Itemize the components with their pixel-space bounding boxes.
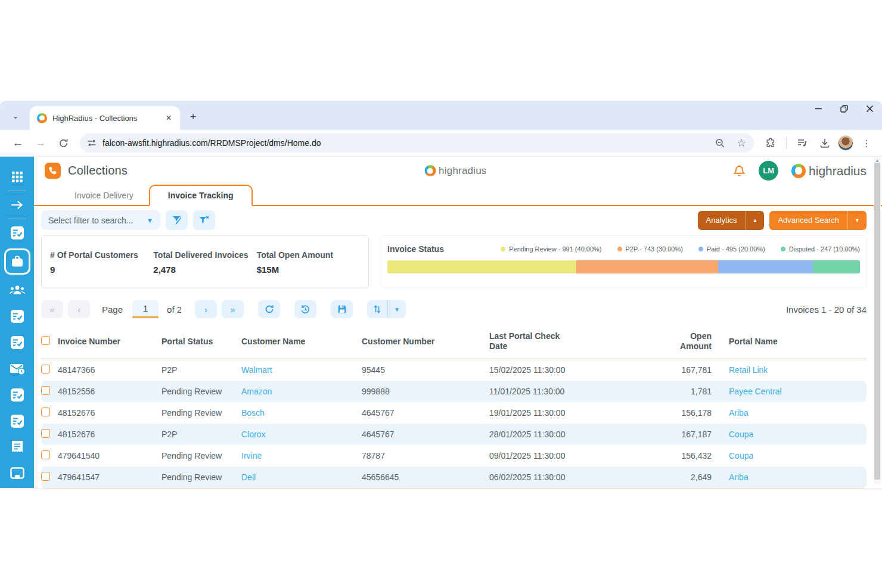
address-bar[interactable]: falcon-awsfit.highradius.com/RRDMSProjec… [80,133,754,153]
window-controls [815,105,874,113]
sidebar-item-portal-monitor[interactable] [0,461,34,487]
portal-name-link[interactable]: Ariba [716,472,867,482]
module-tabs: Invoice Delivery Invoice Tracking [34,185,882,206]
analytics-button[interactable]: Analytics ▲ [698,211,765,230]
last-page-button[interactable]: » [222,300,244,318]
customer-name-link[interactable]: Clorox [241,430,362,439]
extensions-button[interactable] [761,133,780,153]
row-checkbox[interactable] [41,386,50,395]
scrollbar-thumb[interactable] [874,163,880,480]
bell-icon[interactable] [733,164,746,178]
portal-name-link[interactable]: Ariba [716,408,867,418]
tab-search-button[interactable]: ⌄ [7,107,24,124]
col-portal-name[interactable]: Portal Name [716,337,867,347]
table-row[interactable]: 479641540 Pending Review Irvine 78787 09… [41,445,867,466]
minimize-button[interactable] [815,105,822,113]
sort-caret[interactable]: ▼ [387,300,406,318]
url-text[interactable]: falcon-awsfit.highradius.com/RRDMSProjec… [103,138,706,148]
bookmark-star-button[interactable]: ☆ [734,135,749,151]
table-row[interactable]: 48152676 P2P Clorox 4645767 28/01/2025 1… [41,424,867,445]
col-open-amount[interactable]: Open Amount [659,331,716,351]
reload-button[interactable] [54,133,73,153]
sidebar-item-worklist-5[interactable] [0,408,34,434]
customer-name-link[interactable]: Irvine [241,451,362,461]
sidebar-item-worklist-2[interactable] [0,303,34,329]
customer-name-link[interactable]: Bosch [241,408,362,418]
next-page-button[interactable]: › [195,300,217,318]
portal-status-cell: P2P [162,365,241,375]
sidebar-item-worklist-4[interactable] [0,382,34,408]
back-button[interactable]: ← [8,133,27,153]
sidebar-item-portal-active[interactable] [0,246,34,277]
row-checkbox[interactable] [41,407,50,416]
row-checkbox[interactable] [41,450,50,459]
filter-select[interactable]: Select filter to search... ▼ [41,210,160,230]
zoom-out-button[interactable] [712,135,728,151]
user-avatar[interactable]: LM [759,161,778,181]
customer-name-link[interactable]: Amazon [241,387,362,396]
media-playlist-button[interactable] [793,133,812,153]
forward-button[interactable]: → [31,133,50,153]
caret-down-icon[interactable]: ▼ [847,211,867,230]
customer-name-link[interactable]: Walmart [241,365,362,375]
browser-tab[interactable]: HighRadius - Collections ✕ [30,106,180,130]
new-tab-button[interactable]: + [185,108,201,125]
col-invoice-number[interactable]: Invoice Number [58,337,162,347]
refresh-button[interactable] [258,300,280,318]
sidebar-item-customers[interactable] [0,277,34,303]
customer-name-link[interactable]: Dell [241,472,362,482]
col-last-portal-check-date[interactable]: Last Portal Check Date [489,331,579,351]
tab-close-icon[interactable]: ✕ [163,113,174,123]
legend-label: Disputed - 247 (10.00%) [789,245,860,253]
select-all-checkbox[interactable] [41,336,50,345]
restore-button[interactable] [840,105,848,113]
app-scrollbar[interactable]: ▲ [874,158,881,484]
clear-filter-button[interactable] [193,210,215,230]
caret-up-icon[interactable]: ▲ [746,211,765,230]
filter-slash-icon [171,214,182,226]
sidebar-item-worklist-3[interactable] [0,329,34,356]
stat-delivered-invoices: Total Delivered Invoices 2,478 [153,250,256,288]
table-row[interactable]: 479641547 Pending Review Dell 45656645 0… [41,466,867,488]
sidebar-item-expand[interactable] [0,192,34,218]
save-layout-button[interactable] [331,300,353,318]
open-amount-cell: 156,178 [659,408,716,418]
row-checkbox[interactable] [41,365,50,374]
table-row[interactable]: 48147366 P2P Walmart 95445 15/02/2025 11… [41,359,867,381]
sidebar-item-worklist-1[interactable] [0,220,34,246]
tab-invoice-tracking[interactable]: Invoice Tracking [149,185,253,206]
toolbar-divider [786,137,787,149]
table-row[interactable]: 48152556 Pending Review Amazon 999888 11… [41,381,867,402]
browser-profile-avatar[interactable] [838,135,853,151]
tab-invoice-delivery[interactable]: Invoice Delivery [59,186,149,205]
advanced-search-button[interactable]: Advanced Search ▼ [769,211,867,230]
portal-status-cell: Pending Review [162,408,241,418]
stat-portal-customers: # Of Portal Customers 9 [50,250,153,288]
row-checkbox[interactable] [41,472,50,481]
sidebar-item-apps[interactable] [0,164,34,190]
portal-name-link[interactable]: Coupa [716,430,867,439]
col-customer-name[interactable]: Customer Name [241,337,362,347]
stat-value: 2,478 [153,265,256,275]
table-row[interactable]: 48152676 Pending Review Bosch 4645767 19… [41,402,867,424]
history-button[interactable] [294,300,316,318]
sidebar-item-scheduled-mail[interactable] [0,356,34,382]
portal-name-link[interactable]: Retail Link [716,365,867,375]
downloads-button[interactable] [815,133,834,153]
sidebar-item-invoices[interactable] [0,434,34,461]
close-window-button[interactable] [866,105,874,113]
browser-menu-button[interactable]: ⋮ [857,133,876,153]
page-number-input[interactable] [132,300,159,318]
sort-button[interactable]: ▼ [367,300,406,318]
col-portal-status[interactable]: Portal Status [162,337,241,347]
apply-filter-button[interactable] [166,210,188,230]
portal-name-link[interactable]: Payee Central [716,387,867,396]
portal-name-link[interactable]: Coupa [716,451,867,461]
row-checkbox[interactable] [41,429,50,438]
sort-main[interactable] [367,304,387,314]
prev-page-button[interactable]: ‹ [68,300,90,318]
last-portal-check-cell: 09/01/2025 11:30:00 [489,451,659,461]
last-portal-check-cell: 28/01/2025 11:30:00 [489,430,659,439]
col-customer-number[interactable]: Customer Number [362,337,489,347]
first-page-button[interactable]: « [41,300,63,318]
